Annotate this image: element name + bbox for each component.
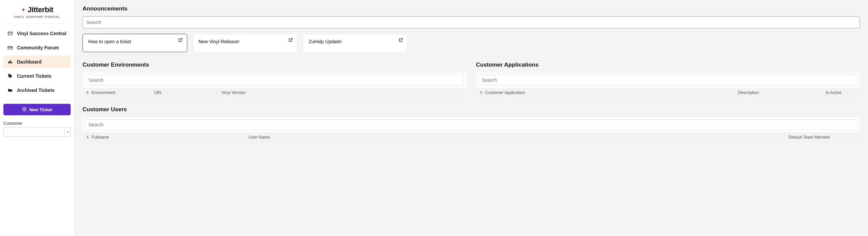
svg-text:9: 9 bbox=[89, 93, 90, 94]
sidebar-item-current-tickets[interactable]: Current Tickets bbox=[3, 70, 71, 82]
customer-environments-search-input[interactable] bbox=[85, 75, 464, 86]
svg-rect-0 bbox=[8, 32, 12, 35]
customer-select[interactable]: ▾ bbox=[3, 127, 71, 137]
customer-environments-headers: 19 Environment URL Vinyl Version bbox=[83, 88, 466, 98]
folder-icon bbox=[7, 88, 13, 93]
tag-icon bbox=[7, 73, 13, 79]
card-icon bbox=[7, 45, 13, 50]
brand-star-icon bbox=[21, 7, 26, 13]
announcement-card[interactable]: ZuHelp Update! bbox=[303, 34, 408, 52]
external-link-icon[interactable] bbox=[288, 38, 293, 43]
customer-users-headers: 19 Fullname User Name Default Team Membe… bbox=[83, 132, 860, 142]
grid-icon bbox=[7, 31, 13, 36]
announcement-card-title: New Vinyl Release! bbox=[198, 39, 239, 44]
svg-point-5 bbox=[10, 62, 12, 63]
customer-users-panel: 19 Fullname User Name Default Team Membe… bbox=[82, 117, 860, 143]
svg-rect-6 bbox=[9, 61, 11, 62]
customer-environments-panel: 19 Environment URL Vinyl Version bbox=[82, 72, 466, 98]
external-link-icon[interactable] bbox=[178, 38, 183, 43]
announcement-card-title: How to open a ticket bbox=[88, 39, 131, 44]
column-header-url[interactable]: URL bbox=[154, 90, 221, 95]
external-link-icon[interactable] bbox=[399, 38, 403, 43]
sidebar-item-community-forum[interactable]: Community Forum bbox=[3, 41, 71, 54]
column-header-environment[interactable]: 19 Environment bbox=[86, 90, 154, 95]
announcements-title: Announcements bbox=[82, 5, 860, 12]
announcement-card[interactable]: How to open a ticket bbox=[82, 34, 187, 52]
new-ticket-label: New Ticket bbox=[29, 107, 52, 112]
announcement-cards: How to open a ticket New Vinyl Release! … bbox=[82, 34, 860, 52]
sidebar-item-label: Vinyl Success Central bbox=[17, 31, 66, 36]
customer-users-title: Customer Users bbox=[82, 106, 860, 113]
customer-users-search-input[interactable] bbox=[85, 119, 858, 130]
customer-applications-panel: 19 Customer Application Description Is A… bbox=[476, 72, 860, 98]
announcements-search-input[interactable] bbox=[82, 16, 860, 28]
sidebar-item-dashboard[interactable]: Dashboard bbox=[3, 55, 71, 68]
sort-asc-icon: 19 bbox=[86, 135, 90, 139]
column-header-description[interactable]: Description bbox=[738, 90, 826, 95]
customer-environments-title: Customer Environments bbox=[82, 62, 466, 68]
column-header-customer-application[interactable]: 19 Customer Application bbox=[480, 90, 738, 95]
new-ticket-button[interactable]: New Ticket bbox=[3, 104, 71, 115]
sort-asc-icon: 19 bbox=[86, 91, 90, 95]
main-content: Announcements How to open a ticket New V… bbox=[74, 0, 868, 236]
sidebar-item-label: Community Forum bbox=[17, 45, 59, 50]
sidebar-divider bbox=[3, 100, 71, 100]
sidebar-item-vinyl-success[interactable]: Vinyl Success Central bbox=[3, 27, 71, 40]
column-header-is-active[interactable]: Is Active bbox=[826, 90, 856, 95]
chevron-down-icon[interactable]: ▾ bbox=[65, 127, 71, 137]
svg-text:9: 9 bbox=[482, 93, 483, 94]
sidebar: Jitterbit VINYL SUPPORT PORTAL Vinyl Suc… bbox=[0, 0, 74, 236]
brand-name: Jitterbit bbox=[27, 5, 53, 14]
brand-subtitle: VINYL SUPPORT PORTAL bbox=[7, 15, 67, 19]
svg-point-7 bbox=[9, 75, 9, 75]
customer-input[interactable] bbox=[3, 127, 65, 137]
announcement-card-title: ZuHelp Update! bbox=[309, 39, 342, 44]
column-header-default-team-member[interactable]: Default Team Member bbox=[789, 135, 856, 140]
sidebar-item-label: Archived Tickets bbox=[17, 88, 55, 93]
svg-point-4 bbox=[8, 62, 10, 63]
column-header-vinyl-version[interactable]: Vinyl Version bbox=[221, 90, 463, 95]
sidebar-item-label: Current Tickets bbox=[17, 73, 51, 79]
sidebar-nav: Vinyl Success Central Community Forum Da… bbox=[0, 27, 74, 97]
customer-applications-title: Customer Applications bbox=[476, 62, 860, 68]
binoculars-icon bbox=[7, 59, 13, 65]
announcement-card[interactable]: New Vinyl Release! bbox=[193, 34, 297, 52]
column-header-fullname[interactable]: 19 Fullname bbox=[86, 135, 248, 140]
sort-asc-icon: 19 bbox=[480, 91, 484, 95]
svg-text:9: 9 bbox=[89, 137, 90, 139]
customer-applications-headers: 19 Customer Application Description Is A… bbox=[476, 88, 860, 98]
brand-block: Jitterbit VINYL SUPPORT PORTAL bbox=[3, 3, 71, 24]
plus-circle-icon bbox=[22, 107, 27, 113]
sidebar-item-label: Dashboard bbox=[17, 59, 42, 65]
customer-label: Customer bbox=[3, 121, 71, 126]
customer-applications-search-input[interactable] bbox=[478, 75, 858, 86]
sidebar-item-archived-tickets[interactable]: Archived Tickets bbox=[3, 84, 71, 97]
column-header-user-name[interactable]: User Name bbox=[248, 135, 789, 140]
